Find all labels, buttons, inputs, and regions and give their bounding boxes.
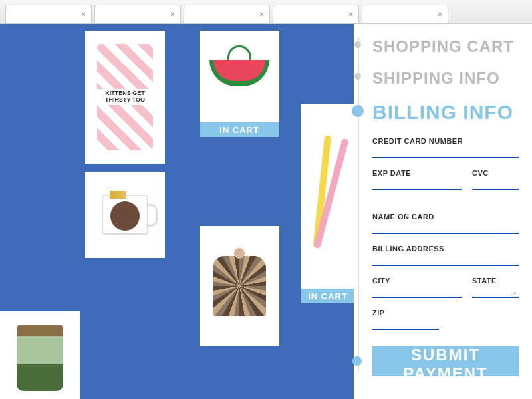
input-cvc[interactable]	[472, 178, 519, 190]
close-icon[interactable]: ×	[259, 10, 264, 19]
step-shipping-info[interactable]: SHIPPING INFO	[372, 69, 519, 88]
field-card-number: CREDIT CARD NUMBER	[372, 137, 519, 158]
step-dot-icon	[352, 105, 364, 117]
chevron-down-icon: ⌄	[512, 288, 517, 295]
product-tile-shirt[interactable]	[200, 226, 279, 346]
input-zip[interactable]	[372, 318, 439, 330]
grid-spacer	[301, 311, 354, 398]
label-zip: ZIP	[372, 309, 439, 317]
close-icon[interactable]: ×	[81, 10, 86, 19]
step-title: BILLING INFO	[372, 101, 519, 124]
browser-tab[interactable]: ×	[5, 5, 92, 23]
grid-spacer	[173, 31, 193, 390]
step-title: SHIPPING INFO	[372, 69, 519, 88]
product-grid: KITTENS GET THIRSTY TOO IN CART I	[0, 24, 354, 399]
close-icon[interactable]: ×	[170, 10, 175, 19]
grid-spacer	[301, 31, 354, 96]
input-billing-address[interactable]	[372, 254, 519, 266]
browser-tab[interactable]: ×	[94, 5, 181, 23]
product-tile-mug[interactable]	[85, 172, 165, 258]
step-dot-icon	[354, 41, 361, 48]
grid-spacer	[200, 354, 279, 399]
browser-tab[interactable]: ×	[273, 5, 359, 23]
close-icon[interactable]: ×	[348, 10, 353, 19]
in-cart-badge: IN CART	[301, 289, 354, 303]
checkout-sidebar: SHOPPING CART SHIPPING INFO BILLING INFO…	[354, 24, 532, 399]
label-city: CITY	[372, 277, 462, 285]
field-name-on-card: NAME ON CARD	[372, 213, 519, 234]
field-billing-address: BILLING ADDRESS	[372, 245, 519, 266]
browser-tab[interactable]: ×	[362, 5, 448, 23]
product-tile-jar[interactable]	[0, 311, 80, 399]
input-city[interactable]	[372, 286, 462, 298]
step-dot-icon	[354, 73, 361, 80]
field-cvc: CVC	[472, 169, 519, 190]
product-cup-text: KITTENS GET THIRSTY TOO	[97, 89, 153, 105]
field-state: STATE ⌄	[472, 277, 519, 298]
field-exp-date: EXP DATE	[372, 169, 462, 190]
field-zip: ZIP	[372, 309, 439, 330]
label-state: STATE	[472, 277, 519, 285]
grid-spacer	[200, 145, 279, 218]
browser-tab[interactable]: ×	[184, 5, 270, 23]
step-dot-icon	[352, 356, 362, 366]
input-name-on-card[interactable]	[372, 222, 519, 234]
browser-tab-bar: × × × × ×	[0, 0, 532, 24]
field-city: CITY	[372, 277, 462, 298]
step-title: SHOPPING CART	[372, 37, 519, 56]
grid-spacer	[85, 266, 165, 379]
product-tile-pens[interactable]: IN CART	[301, 104, 354, 303]
progress-line	[358, 37, 359, 372]
grid-spacer	[286, 31, 295, 390]
step-billing-info: BILLING INFO	[372, 101, 519, 124]
input-card-number[interactable]	[372, 146, 519, 158]
label-cvc: CVC	[472, 169, 519, 177]
label-name-on-card: NAME ON CARD	[372, 213, 519, 221]
label-billing-address: BILLING ADDRESS	[372, 245, 519, 253]
label-exp-date: EXP DATE	[372, 169, 462, 177]
in-cart-badge: IN CART	[200, 122, 279, 137]
billing-form: CREDIT CARD NUMBER EXP DATE CVC NAME ON …	[372, 137, 519, 382]
label-card-number: CREDIT CARD NUMBER	[372, 137, 519, 145]
submit-payment-button[interactable]: SUBMIT PAYMENT	[372, 346, 519, 376]
close-icon[interactable]: ×	[438, 10, 442, 19]
product-tile-cup[interactable]: KITTENS GET THIRSTY TOO	[85, 31, 165, 164]
product-tile-watermelon-bag[interactable]: IN CART	[200, 31, 279, 137]
step-shopping-cart[interactable]: SHOPPING CART	[372, 37, 519, 56]
input-exp-date[interactable]	[372, 178, 462, 190]
grid-spacer	[0, 24, 80, 303]
